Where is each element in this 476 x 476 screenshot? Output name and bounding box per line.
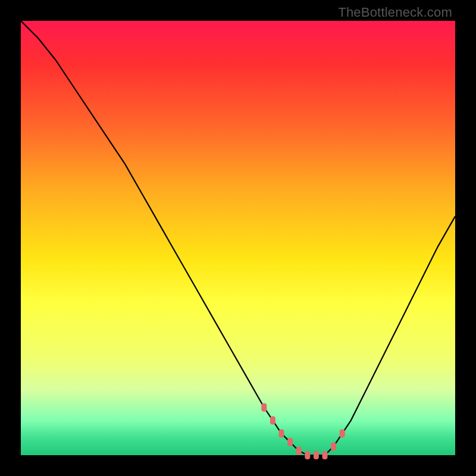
bottom-marker [270,416,275,425]
chart-svg [21,21,455,455]
chart-container: TheBottleneck.com [0,0,476,476]
bottom-marker [305,451,310,459]
bottom-marker [322,451,328,459]
bottom-marker [279,430,284,438]
bottom-marker [261,403,267,412]
bottom-marker [331,442,336,450]
bottom-marker-group [261,403,345,459]
bottom-marker [296,447,302,455]
bottom-marker [340,430,345,438]
bottom-marker [314,451,319,459]
bottleneck-curve [21,21,455,455]
watermark-text: TheBottleneck.com [338,5,452,20]
bottom-marker [287,438,293,446]
